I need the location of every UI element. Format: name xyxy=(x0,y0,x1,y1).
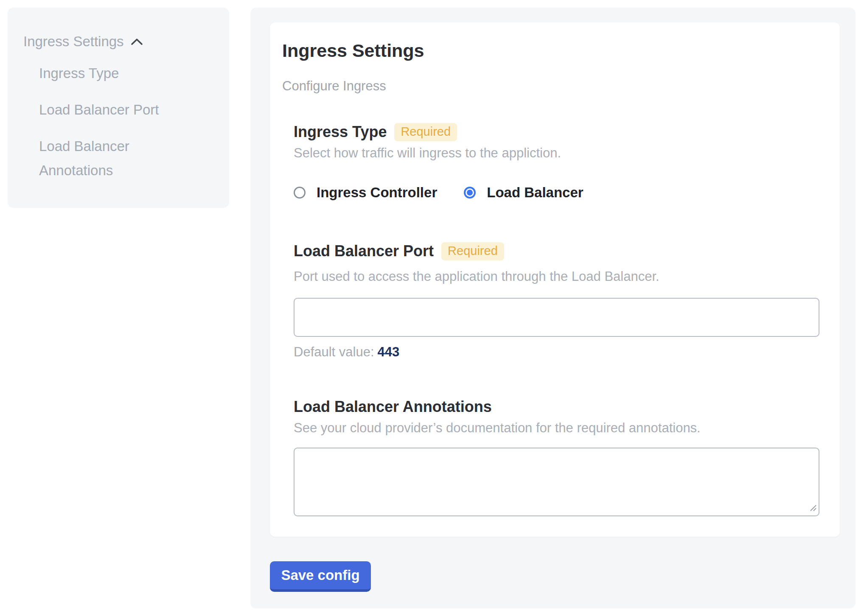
section-load-balancer-port: Load Balancer Port Required Port used to… xyxy=(294,242,822,361)
required-badge: Required xyxy=(394,123,457,141)
config-card: Ingress Settings Configure Ingress Ingre… xyxy=(270,22,840,537)
sidebar-item-list: Ingress Type Load Balancer Port Load Bal… xyxy=(39,61,179,182)
field-label-load-balancer-annotations: Load Balancer Annotations xyxy=(294,398,492,416)
ingress-type-radio-group: Ingress Controller Load Balancer xyxy=(294,185,822,200)
required-badge: Required xyxy=(441,242,504,260)
chevron-up-icon xyxy=(131,38,143,48)
load-balancer-annotations-textarea[interactable] xyxy=(294,448,819,516)
load-balancer-port-input[interactable] xyxy=(294,298,819,337)
config-panel: Ingress Settings Configure Ingress Ingre… xyxy=(250,8,856,608)
sidebar-group-ingress-settings[interactable]: Ingress Settings xyxy=(23,33,143,50)
radio-icon-load-balancer[interactable] xyxy=(464,187,476,199)
save-config-button[interactable]: Save config xyxy=(270,561,371,592)
radio-option-load-balancer[interactable]: Load Balancer xyxy=(464,185,583,201)
page-title: Ingress Settings xyxy=(282,39,822,62)
config-page: Ingress Settings Ingress Type Load Balan… xyxy=(0,0,864,616)
default-value-label: Default value: xyxy=(294,344,374,359)
section-load-balancer-annotations: Load Balancer Annotations See your cloud… xyxy=(294,398,822,516)
config-sections: Ingress Type Required Select how traffic… xyxy=(294,123,822,516)
field-label-ingress-type: Ingress Type xyxy=(294,123,387,141)
default-value-row: Default value:443 xyxy=(294,344,822,361)
radio-icon-ingress-controller[interactable] xyxy=(294,187,306,199)
sidebar-item-load-balancer-port[interactable]: Load Balancer Port xyxy=(39,98,179,122)
sidebar-group-label: Ingress Settings xyxy=(23,33,124,50)
radio-label-load-balancer: Load Balancer xyxy=(487,185,583,201)
field-help-load-balancer-port: Port used to access the application thro… xyxy=(294,268,822,285)
radio-option-ingress-controller[interactable]: Ingress Controller xyxy=(294,185,437,201)
field-help-load-balancer-annotations: See your cloud provider’s documentation … xyxy=(294,420,822,437)
section-ingress-type: Ingress Type Required Select how traffic… xyxy=(294,123,822,200)
field-label-load-balancer-port: Load Balancer Port xyxy=(294,242,434,260)
page-subtitle: Configure Ingress xyxy=(282,78,822,95)
radio-label-ingress-controller: Ingress Controller xyxy=(317,185,437,201)
sidebar-item-ingress-type[interactable]: Ingress Type xyxy=(39,61,179,85)
sidebar-item-load-balancer-annotations[interactable]: Load Balancer Annotations xyxy=(39,134,179,182)
config-nav-sidebar: Ingress Settings Ingress Type Load Balan… xyxy=(8,8,229,208)
field-help-ingress-type: Select how traffic will ingress to the a… xyxy=(294,145,822,162)
default-value: 443 xyxy=(378,344,400,359)
